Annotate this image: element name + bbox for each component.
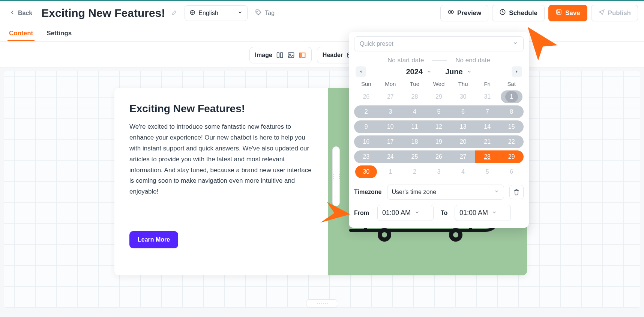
calendar-day[interactable]: 12 [427,123,451,130]
canvas-drag-handle[interactable]: ⋯⋯ [306,299,338,308]
calendar-day[interactable]: 2 [402,165,427,178]
quick-preset-select[interactable]: Quick preset [354,36,524,51]
calendar-day[interactable]: 6 [451,108,475,115]
calendar-day[interactable]: 31 [475,90,500,103]
publish-button[interactable]: Publish [591,5,638,21]
to-time-value: 01:00 AM [459,209,488,217]
calendar-week-range[interactable]: 23 24 25 26 27 28 29 [354,150,524,163]
calendar-week-range[interactable]: 2 3 4 5 6 7 8 [354,105,524,118]
learn-more-button[interactable]: Learn More [129,231,178,248]
back-button[interactable]: Back [6,7,35,20]
calendar-day[interactable]: 5 [427,108,451,115]
svg-rect-9 [299,53,300,57]
calendar-day[interactable]: 26 [354,90,378,103]
calendar-day[interactable]: 15 [499,123,524,130]
calendar-week-range[interactable]: 16 17 18 19 20 21 22 [354,135,524,148]
clear-schedule-button[interactable] [509,185,524,199]
calendar-day[interactable]: 22 [499,138,524,145]
calendar-day[interactable]: 5 [475,165,500,178]
globe-icon [189,9,195,17]
card-title: Exciting New Features! [129,103,313,115]
svg-rect-7 [288,53,294,57]
calendar-day[interactable]: 3 [427,165,451,178]
back-label: Back [18,10,32,17]
timezone-select[interactable]: User's time zone [387,185,504,200]
tab-settings[interactable]: Settings [45,26,73,41]
svg-rect-10 [302,53,305,57]
tag-icon [255,9,262,17]
calendar-day[interactable]: 24 [378,153,403,160]
calendar-day[interactable]: 26 [427,153,451,160]
calendar-day-selected-end[interactable]: 30 [355,165,377,178]
no-start-date: No start date [387,57,424,64]
calendar-day[interactable]: 28 [402,90,427,103]
calendar-day[interactable]: 29 [499,153,524,160]
calendar-day[interactable]: 18 [402,138,427,145]
layout-right-icon[interactable] [299,51,306,59]
month-select[interactable]: June [445,68,472,76]
grip-icon: ⋮⋮ [330,173,342,180]
calendar-day[interactable]: 13 [451,123,475,130]
calendar-day[interactable]: 29 [427,90,451,103]
calendar-prev[interactable] [356,66,366,77]
to-time-select[interactable]: 01:00 AM [455,205,511,221]
calendar-day[interactable]: 23 [354,153,378,160]
calendar-day[interactable]: 3 [378,108,403,115]
calendar-next[interactable] [512,66,522,77]
calendar-day[interactable]: 20 [451,138,475,145]
calendar-day[interactable]: 4 [402,108,427,115]
year-select[interactable]: 2024 [406,68,432,76]
calendar-day[interactable]: 2 [354,108,378,115]
year-value: 2024 [406,68,423,76]
card-body: We're excited to introduce some fantasti… [129,122,313,197]
calendar-week-range[interactable]: 9 10 11 12 13 14 15 [354,120,524,133]
chevron-down-icon [494,189,499,195]
calendar-day[interactable]: 9 [354,123,378,130]
card-resize-handle[interactable]: ⋮⋮ [332,146,340,206]
calendar-day[interactable]: 11 [402,123,427,130]
clock-icon [499,9,506,17]
dow: Sun [354,81,378,87]
calendar-day[interactable]: 21 [475,138,500,145]
layout-split-icon[interactable] [276,51,284,59]
calendar-day[interactable]: 30 [451,90,475,103]
calendar-day[interactable]: 10 [378,123,403,130]
calendar-day[interactable]: 25 [402,153,427,160]
language-select[interactable]: English [185,5,248,21]
from-time-select[interactable]: 01:00 AM [377,205,434,221]
calendar-day[interactable]: 6 [499,165,524,178]
calendar-day[interactable]: 27 [378,90,403,103]
calendar-day[interactable]: 4 [451,165,475,178]
calendar-day[interactable]: 19 [427,138,451,145]
schedule-button[interactable]: Schedule [492,5,545,21]
edit-title-icon[interactable] [171,9,178,17]
calendar-day-today[interactable]: 28 [475,153,500,160]
save-button[interactable]: Save [548,5,587,21]
calendar-day[interactable]: 8 [499,108,524,115]
tab-content[interactable]: Content [8,26,35,41]
calendar-day-selected-start[interactable]: 1 [501,90,522,103]
calendar-day[interactable]: 27 [451,153,475,160]
calendar-day[interactable]: 16 [354,138,378,145]
chevron-down-icon [414,209,420,217]
preview-label: Preview [457,9,481,17]
publish-label: Publish [608,9,631,17]
calendar-day[interactable]: 14 [475,123,500,130]
no-end-date: No end date [455,57,490,64]
editor-canvas[interactable]: Exciting New Features! We're excited to … [4,71,640,308]
calendar-day[interactable]: 17 [378,138,403,145]
svg-point-15 [453,232,458,237]
page-title: Exciting New Features! [41,7,165,20]
toolbar-image-group[interactable]: Image [249,47,312,63]
quick-preset-label: Quick preset [360,41,393,47]
image-icon[interactable] [287,51,295,59]
calendar-day[interactable]: 1 [378,165,403,178]
tag-button[interactable]: Tag [251,6,278,20]
grip-icon: ⋯⋯ [316,300,328,307]
svg-point-8 [290,54,291,55]
preview-button[interactable]: Preview [440,5,488,21]
from-label: From [354,210,372,216]
calendar-day[interactable]: 7 [475,108,500,115]
chevron-down-icon [492,209,497,217]
schedule-label: Schedule [509,9,537,17]
